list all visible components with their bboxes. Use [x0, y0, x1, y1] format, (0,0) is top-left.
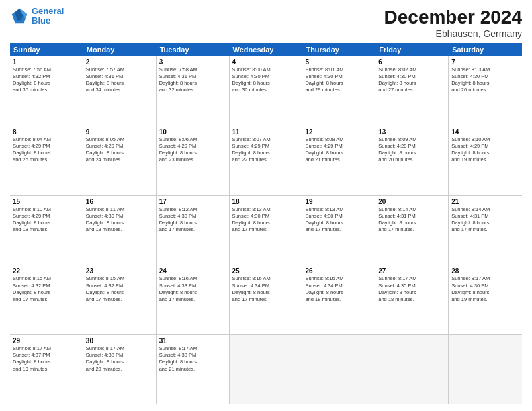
cell-line3: Daylight: 8 hours [13, 220, 80, 226]
calendar-cell-5: 5Sunrise: 8:01 AMSunset: 4:30 PMDaylight… [302, 56, 375, 126]
calendar-cell-4: 4Sunrise: 8:00 AMSunset: 4:30 PMDaylight… [230, 56, 303, 126]
day-number: 20 [378, 198, 445, 205]
cell-line4: and 17 minutes. [232, 296, 300, 303]
cell-line2: Sunset: 4:30 PM [305, 213, 372, 220]
cell-line3: Daylight: 8 hours [86, 359, 153, 365]
calendar-cell-3: 3Sunrise: 7:58 AMSunset: 4:31 PMDaylight… [157, 56, 230, 126]
calendar-cell-8: 8Sunrise: 8:04 AMSunset: 4:29 PMDaylight… [10, 126, 83, 195]
cell-line4: and 20 minutes. [86, 366, 153, 373]
cell-line1: Sunrise: 7:56 AM [13, 66, 80, 73]
calendar-cell-11: 11Sunrise: 8:07 AMSunset: 4:29 PMDayligh… [230, 126, 303, 195]
cell-line4: and 34 minutes. [86, 87, 153, 93]
cell-line1: Sunrise: 8:17 AM [159, 345, 226, 352]
cell-line2: Sunset: 4:29 PM [378, 143, 445, 150]
day-number: 18 [232, 198, 300, 205]
cell-line3: Daylight: 8 hours [86, 289, 153, 296]
calendar-cell-13: 13Sunrise: 8:09 AMSunset: 4:29 PMDayligh… [375, 126, 449, 195]
day-number: 15 [13, 198, 80, 205]
day-number: 19 [305, 198, 372, 205]
cell-line3: Daylight: 8 hours [451, 80, 519, 87]
cell-line1: Sunrise: 8:12 AM [159, 206, 226, 213]
cell-line2: Sunset: 4:29 PM [13, 213, 80, 220]
cell-line2: Sunset: 4:30 PM [86, 213, 153, 220]
calendar-cell-31: 31Sunrise: 8:17 AMSunset: 4:38 PMDayligh… [157, 335, 230, 404]
calendar-row-3: 15Sunrise: 8:10 AMSunset: 4:29 PMDayligh… [10, 196, 522, 266]
cell-line2: Sunset: 4:30 PM [305, 73, 372, 80]
cell-line4: and 25 minutes. [13, 156, 80, 163]
logo-icon [10, 7, 29, 26]
cell-line3: Daylight: 8 hours [86, 150, 153, 156]
cell-line1: Sunrise: 8:10 AM [451, 136, 519, 143]
cell-line3: Daylight: 8 hours [378, 289, 445, 296]
day-number: 11 [232, 128, 300, 136]
cell-line4: and 23 minutes. [159, 156, 226, 163]
cell-line4: and 19 minutes. [451, 156, 519, 163]
day-number: 8 [13, 128, 80, 136]
day-number: 6 [378, 58, 445, 66]
cell-line3: Daylight: 8 hours [159, 150, 226, 156]
cell-line1: Sunrise: 8:06 AM [159, 136, 226, 143]
cell-line4: and 35 minutes. [13, 87, 80, 93]
cell-line4: and 32 minutes. [159, 87, 226, 93]
cell-line4: and 17 minutes. [305, 226, 372, 233]
calendar-cell-22: 22Sunrise: 8:15 AMSunset: 4:32 PMDayligh… [10, 265, 83, 334]
calendar-body: 1Sunrise: 7:56 AMSunset: 4:32 PMDaylight… [10, 56, 522, 404]
cell-line4: and 29 minutes. [305, 87, 372, 93]
cell-line1: Sunrise: 8:17 AM [451, 275, 519, 282]
calendar-row-4: 22Sunrise: 8:15 AMSunset: 4:32 PMDayligh… [10, 265, 522, 335]
cell-line4: and 17 minutes. [13, 296, 80, 303]
day-number: 7 [451, 58, 519, 66]
day-number: 26 [305, 267, 372, 275]
cell-line1: Sunrise: 8:14 AM [451, 206, 519, 213]
cell-line3: Daylight: 8 hours [451, 150, 519, 156]
cell-line2: Sunset: 4:29 PM [305, 143, 372, 150]
cell-line2: Sunset: 4:31 PM [378, 213, 445, 220]
calendar-cell-23: 23Sunrise: 8:15 AMSunset: 4:32 PMDayligh… [83, 265, 157, 334]
cell-line1: Sunrise: 8:17 AM [378, 275, 445, 282]
calendar-cell-14: 14Sunrise: 8:10 AMSunset: 4:29 PMDayligh… [449, 126, 522, 195]
calendar-cell-28: 28Sunrise: 8:17 AMSunset: 4:36 PMDayligh… [449, 265, 522, 334]
cell-line2: Sunset: 4:33 PM [159, 283, 226, 289]
cell-line2: Sunset: 4:32 PM [13, 283, 80, 289]
cell-line2: Sunset: 4:30 PM [232, 213, 300, 220]
calendar-cell-26: 26Sunrise: 8:16 AMSunset: 4:34 PMDayligh… [302, 265, 375, 334]
cell-line2: Sunset: 4:30 PM [159, 213, 226, 220]
day-number: 17 [159, 198, 226, 205]
day-number: 27 [378, 267, 445, 275]
day-number: 9 [86, 128, 153, 136]
cell-line2: Sunset: 4:34 PM [305, 283, 372, 289]
cell-line4: and 17 minutes. [159, 296, 226, 303]
cell-line1: Sunrise: 8:05 AM [86, 136, 153, 143]
cell-line2: Sunset: 4:29 PM [86, 143, 153, 150]
cell-line1: Sunrise: 8:07 AM [232, 136, 300, 143]
logo-line1: General [32, 6, 64, 16]
calendar-row-5: 29Sunrise: 8:17 AMSunset: 4:37 PMDayligh… [10, 335, 522, 404]
header-day-sunday: Sunday [10, 43, 83, 56]
cell-line3: Daylight: 8 hours [13, 289, 80, 296]
calendar-cell-2: 2Sunrise: 7:57 AMSunset: 4:31 PMDaylight… [83, 56, 157, 126]
calendar-cell-27: 27Sunrise: 8:17 AMSunset: 4:35 PMDayligh… [375, 265, 449, 334]
cell-line3: Daylight: 8 hours [232, 80, 300, 87]
cell-line2: Sunset: 4:31 PM [86, 73, 153, 80]
calendar-cell-16: 16Sunrise: 8:11 AMSunset: 4:30 PMDayligh… [83, 196, 157, 265]
cell-line2: Sunset: 4:29 PM [13, 143, 80, 150]
cell-line2: Sunset: 4:30 PM [451, 73, 519, 80]
day-number: 13 [378, 128, 445, 136]
day-number: 24 [159, 267, 226, 275]
cell-line3: Daylight: 8 hours [159, 359, 226, 365]
cell-line4: and 18 minutes. [305, 296, 372, 303]
cell-line1: Sunrise: 8:17 AM [13, 345, 80, 352]
day-number: 28 [451, 267, 519, 275]
cell-line3: Daylight: 8 hours [378, 80, 445, 87]
calendar: SundayMondayTuesdayWednesdayThursdayFrid… [10, 43, 522, 404]
cell-line1: Sunrise: 7:58 AM [159, 66, 226, 73]
day-number: 21 [451, 198, 519, 205]
cell-line2: Sunset: 4:32 PM [86, 283, 153, 289]
cell-line3: Daylight: 8 hours [305, 150, 372, 156]
cell-line2: Sunset: 4:31 PM [451, 213, 519, 220]
cell-line1: Sunrise: 8:16 AM [232, 275, 300, 282]
day-number: 12 [305, 128, 372, 136]
cell-line3: Daylight: 8 hours [305, 289, 372, 296]
cell-line3: Daylight: 8 hours [232, 150, 300, 156]
cell-line4: and 20 minutes. [378, 156, 445, 163]
